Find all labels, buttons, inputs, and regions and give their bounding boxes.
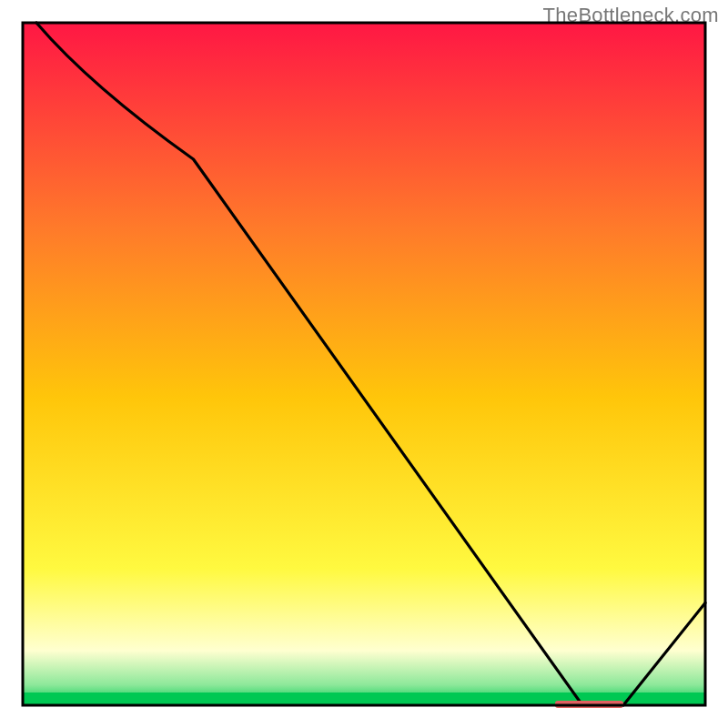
chart-svg bbox=[0, 0, 728, 728]
gradient-background bbox=[23, 23, 705, 705]
chart-canvas: TheBottleneck.com bbox=[0, 0, 728, 728]
